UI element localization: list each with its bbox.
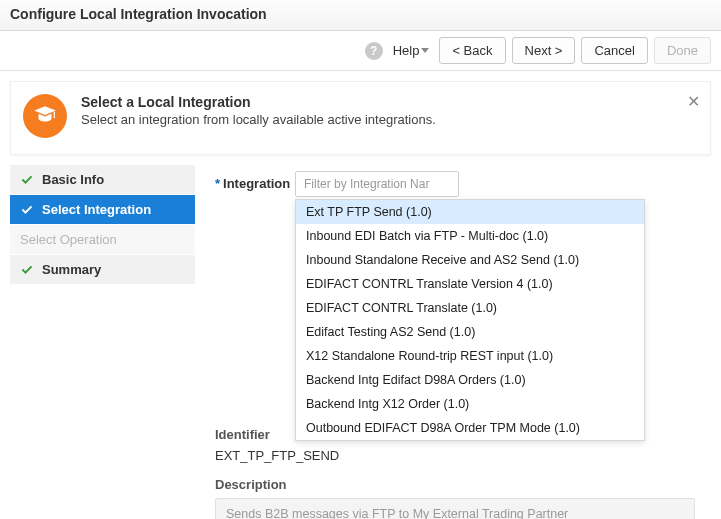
toolbar: ? Help < Back Next > Cancel Done xyxy=(0,31,721,71)
identifier-value: EXT_TP_FTP_SEND xyxy=(215,448,707,463)
nav-step-label: Basic Info xyxy=(42,172,104,187)
integration-option[interactable]: Inbound EDI Batch via FTP - Multi-doc (1… xyxy=(296,224,644,248)
done-button: Done xyxy=(654,37,711,64)
help-menu[interactable]: Help xyxy=(389,43,434,58)
dialog-title: Configure Local Integration Invocation xyxy=(0,0,721,31)
nav-step-label: Select Operation xyxy=(20,232,117,247)
checkmark-icon xyxy=(20,263,34,277)
help-label: Help xyxy=(393,43,420,58)
wizard-icon xyxy=(23,94,67,138)
banner-subtitle: Select an integration from locally avail… xyxy=(81,112,436,127)
required-mark: * xyxy=(215,176,220,191)
main-panel: *Integration Ext TP FTP Send (1.0)Inboun… xyxy=(195,165,711,519)
checkmark-icon xyxy=(20,173,34,187)
back-button[interactable]: < Back xyxy=(439,37,505,64)
cancel-button[interactable]: Cancel xyxy=(581,37,647,64)
integration-option[interactable]: X12 Standalone Round-trip REST input (1.… xyxy=(296,344,644,368)
integration-option[interactable]: Edifact Testing AS2 Send (1.0) xyxy=(296,320,644,344)
nav-step-2: Select Operation xyxy=(10,225,195,255)
wizard-nav: Basic InfoSelect IntegrationSelect Opera… xyxy=(10,165,195,519)
integration-option[interactable]: EDIFACT CONTRL Translate Version 4 (1.0) xyxy=(296,272,644,296)
description-label: Description xyxy=(215,477,707,492)
integration-option[interactable]: Backend Intg Edifact D98A Orders (1.0) xyxy=(296,368,644,392)
checkmark-icon xyxy=(20,203,34,217)
integration-option[interactable]: Inbound Standalone Receive and AS2 Send … xyxy=(296,248,644,272)
nav-step-label: Summary xyxy=(42,262,101,277)
close-icon[interactable]: ✕ xyxy=(687,92,700,111)
nav-step-1[interactable]: Select Integration xyxy=(10,195,195,225)
integration-option[interactable]: Ext TP FTP Send (1.0) xyxy=(296,200,644,224)
help-icon: ? xyxy=(365,42,383,60)
integration-option[interactable]: Outbound EDIFACT D98A Order TPM Mode (1.… xyxy=(296,416,644,440)
integration-option[interactable]: EDIFACT CONTRL Translate (1.0) xyxy=(296,296,644,320)
next-button[interactable]: Next > xyxy=(512,37,576,64)
nav-step-3[interactable]: Summary xyxy=(10,255,195,285)
chevron-down-icon xyxy=(421,48,429,53)
nav-step-label: Select Integration xyxy=(42,202,151,217)
integration-dropdown: Ext TP FTP Send (1.0)Inbound EDI Batch v… xyxy=(295,199,645,441)
nav-step-0[interactable]: Basic Info xyxy=(10,165,195,195)
info-banner: Select a Local Integration Select an int… xyxy=(10,81,711,155)
integration-filter-input[interactable] xyxy=(295,171,459,197)
banner-title: Select a Local Integration xyxy=(81,94,436,110)
integration-field-label: *Integration xyxy=(215,171,295,191)
description-textarea[interactable]: Sends B2B messages via FTP to My Externa… xyxy=(215,498,695,519)
svg-rect-0 xyxy=(54,112,55,119)
integration-option[interactable]: Backend Intg X12 Order (1.0) xyxy=(296,392,644,416)
